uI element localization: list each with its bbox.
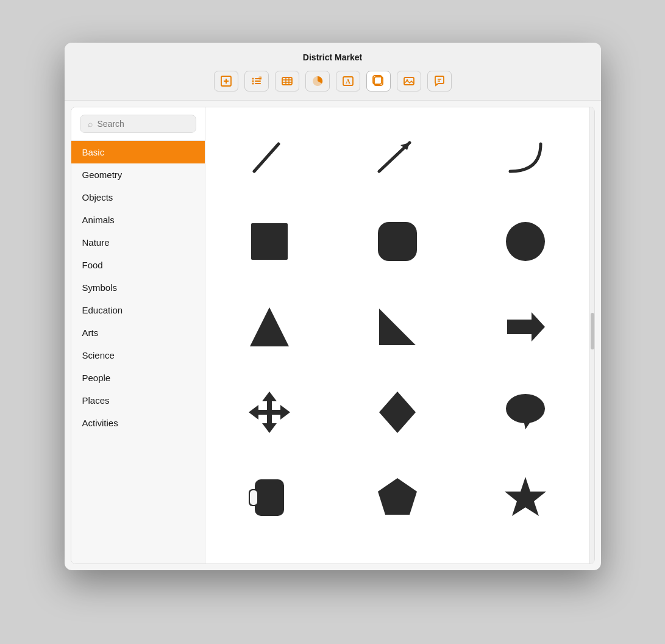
svg-marker-41 — [505, 477, 546, 516]
main-window: District Market — [65, 43, 601, 570]
sidebar-item-education[interactable]: Education — [71, 299, 205, 321]
toolbar-text-button[interactable]: A — [336, 71, 360, 91]
shape-right-triangle[interactable] — [340, 290, 455, 363]
toolbar-table-button[interactable] — [275, 71, 299, 91]
category-sidebar: ⌕ BasicGeometryObjectsAnimalsNatureFoodS… — [71, 107, 205, 564]
svg-point-8 — [252, 83, 254, 85]
title-bar: District Market — [65, 43, 601, 101]
search-wrap: ⌕ — [71, 107, 205, 141]
svg-rect-39 — [250, 490, 257, 505]
sidebar-item-people[interactable]: People — [71, 367, 205, 389]
svg-marker-33 — [249, 392, 290, 433]
shape-arrow-right[interactable] — [468, 290, 583, 363]
shape-move-cross[interactable] — [212, 376, 327, 449]
scrollbar-thumb[interactable] — [591, 313, 594, 349]
toolbar-comment-button[interactable] — [427, 71, 452, 91]
scrollbar[interactable] — [589, 107, 594, 564]
shapes-grid — [205, 107, 589, 546]
shapes-content — [205, 107, 589, 564]
shape-rounded-rect[interactable] — [340, 205, 455, 278]
window-title: District Market — [65, 52, 601, 62]
svg-point-7 — [252, 80, 254, 82]
svg-rect-20 — [404, 77, 414, 85]
category-list: BasicGeometryObjectsAnimalsNatureFoodSym… — [71, 141, 205, 434]
svg-point-35 — [506, 394, 545, 423]
shape-star[interactable] — [468, 461, 583, 534]
toolbar-image-button[interactable] — [397, 71, 421, 91]
sidebar-item-science[interactable]: Science — [71, 344, 205, 367]
sidebar-item-basic[interactable]: Basic — [71, 141, 205, 163]
shape-pentagon[interactable] — [340, 461, 455, 534]
svg-marker-34 — [379, 392, 416, 433]
svg-rect-28 — [378, 222, 417, 261]
sidebar-item-activities[interactable]: Activities — [71, 412, 205, 434]
svg-point-6 — [252, 78, 254, 80]
svg-text:+: + — [259, 76, 261, 80]
shape-square[interactable] — [212, 205, 327, 278]
toolbar-add-button[interactable] — [214, 71, 238, 91]
shape-line-diagonal[interactable] — [212, 120, 327, 193]
svg-marker-31 — [379, 309, 416, 345]
toolbar-chart-button[interactable] — [305, 71, 330, 91]
shape-circle[interactable] — [468, 205, 583, 278]
shape-speech-bubble[interactable] — [468, 376, 583, 449]
search-input[interactable] — [98, 119, 204, 129]
sidebar-item-food[interactable]: Food — [71, 254, 205, 276]
shapes-panel: ⌕ BasicGeometryObjectsAnimalsNatureFoodS… — [71, 107, 595, 564]
toolbar: + — [65, 71, 601, 100]
svg-rect-11 — [282, 77, 292, 85]
toolbar-list-button[interactable]: + — [244, 71, 269, 91]
svg-rect-4 — [255, 80, 261, 82]
svg-text:A: A — [346, 77, 350, 85]
sidebar-item-symbols[interactable]: Symbols — [71, 276, 205, 299]
sidebar-item-arts[interactable]: Arts — [71, 321, 205, 344]
search-bar: ⌕ — [80, 115, 196, 133]
toolbar-shape-button[interactable] — [366, 71, 391, 91]
svg-rect-27 — [251, 223, 288, 260]
svg-marker-40 — [378, 478, 417, 515]
sidebar-item-objects[interactable]: Objects — [71, 186, 205, 209]
sidebar-item-places[interactable]: Places — [71, 389, 205, 412]
svg-rect-37 — [255, 479, 284, 516]
svg-marker-30 — [250, 307, 289, 346]
shape-triangle[interactable] — [212, 290, 327, 363]
search-icon: ⌕ — [88, 119, 93, 129]
sidebar-item-geometry[interactable]: Geometry — [71, 163, 205, 186]
svg-line-24 — [254, 144, 279, 171]
sidebar-item-animals[interactable]: Animals — [71, 209, 205, 231]
svg-rect-5 — [255, 83, 261, 84]
shape-arc[interactable] — [468, 120, 583, 193]
shape-notched-rounded-square[interactable] — [212, 461, 327, 534]
shape-diamond[interactable] — [340, 376, 455, 449]
sidebar-item-nature[interactable]: Nature — [71, 231, 205, 254]
svg-point-29 — [506, 222, 545, 261]
shape-arrow-up-right[interactable] — [340, 120, 455, 193]
svg-marker-32 — [507, 312, 545, 342]
